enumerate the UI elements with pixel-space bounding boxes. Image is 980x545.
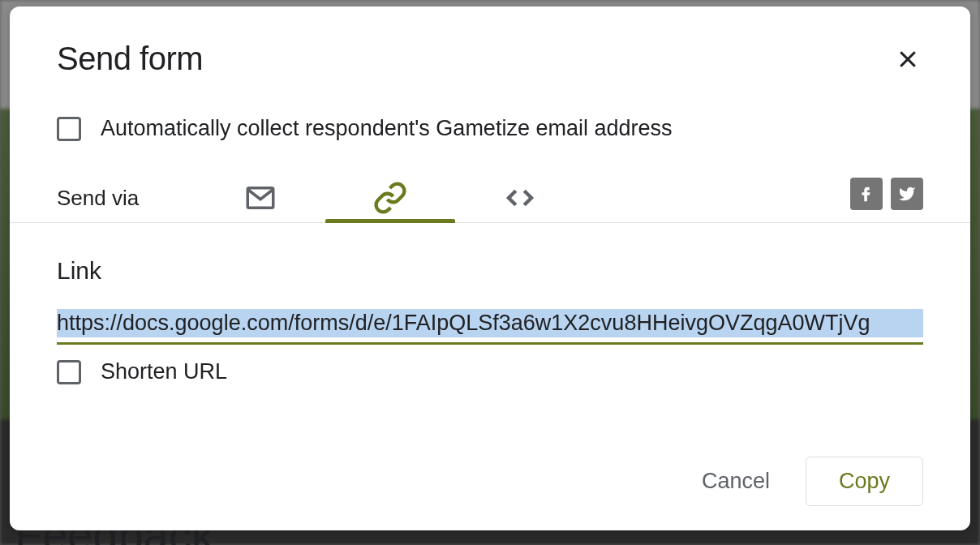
embed-icon	[503, 181, 537, 215]
email-icon	[243, 181, 277, 215]
cancel-button[interactable]: Cancel	[686, 457, 786, 505]
send-via-tabs	[196, 174, 585, 222]
collect-email-checkbox[interactable]	[57, 117, 81, 141]
facebook-icon	[858, 185, 875, 203]
send-form-dialog: Send form Automatically collect responde…	[10, 6, 970, 530]
dialog-header: Send form	[10, 6, 970, 93]
social-icons	[850, 178, 923, 218]
shorten-url-label: Shorten URL	[101, 359, 227, 384]
close-icon	[896, 47, 920, 71]
facebook-button[interactable]	[850, 178, 883, 210]
link-input[interactable]	[57, 309, 923, 337]
link-input-wrapper	[57, 309, 923, 345]
dialog-footer: Cancel Copy	[10, 457, 970, 530]
tab-link[interactable]	[325, 174, 455, 222]
link-section: Link Shorten URL	[10, 223, 970, 401]
link-label: Link	[57, 257, 923, 285]
twitter-button[interactable]	[891, 178, 923, 210]
send-via-label: Send via	[57, 186, 139, 211]
tab-embed[interactable]	[455, 174, 585, 222]
close-button[interactable]	[892, 44, 923, 75]
twitter-icon	[898, 185, 916, 203]
copy-button[interactable]: Copy	[806, 457, 923, 506]
link-icon	[373, 181, 407, 215]
collect-email-label: Automatically collect respondent's Gamet…	[101, 116, 672, 141]
collect-email-row: Automatically collect respondent's Gamet…	[10, 93, 970, 157]
shorten-url-row: Shorten URL	[57, 359, 923, 384]
dialog-title: Send form	[57, 41, 203, 77]
send-via-row: Send via	[10, 157, 970, 223]
shorten-url-checkbox[interactable]	[57, 360, 81, 384]
tab-email[interactable]	[196, 174, 325, 222]
